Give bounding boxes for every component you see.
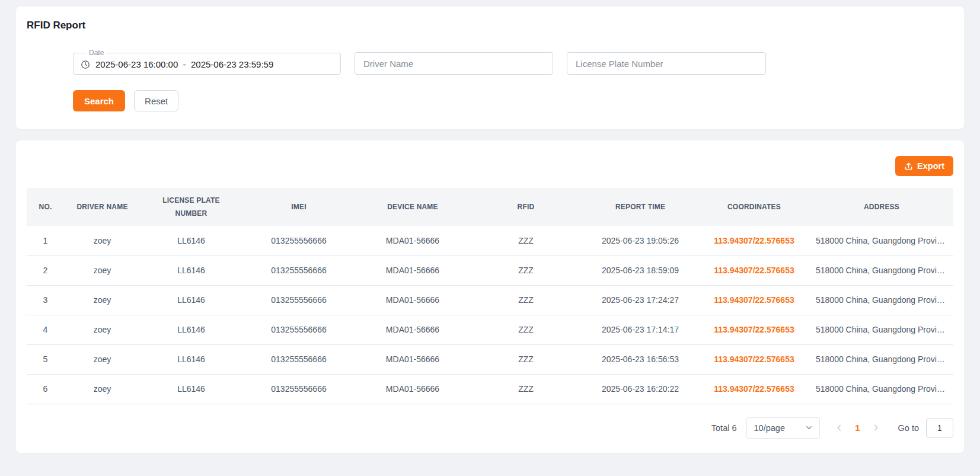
- current-page[interactable]: 1: [850, 423, 866, 433]
- column-header-license-plate: LICENSE PLATE NUMBER: [141, 188, 242, 226]
- cell-rfid: ZZZ: [470, 315, 582, 344]
- cell-driver-name: zoey: [64, 374, 141, 404]
- cell-license-plate: LL6146: [141, 344, 242, 374]
- cell-rfid: ZZZ: [470, 285, 582, 315]
- cell-license-plate: LL6146: [141, 315, 242, 344]
- export-button[interactable]: Export: [895, 156, 953, 176]
- cell-report-time: 2025-06-23 16:56:53: [582, 344, 698, 374]
- column-header-device-name: DEVICE NAME: [356, 188, 470, 226]
- cell-address: 518000 China, Guangdong Provin...: [810, 374, 953, 404]
- cell-rfid: ZZZ: [470, 226, 582, 255]
- cell-license-plate: LL6146: [141, 226, 242, 255]
- export-icon: [904, 162, 913, 171]
- cell-address: 518000 China, Guangdong Provin...: [810, 226, 953, 255]
- cell-no: 5: [27, 344, 64, 374]
- cell-report-time: 2025-06-23 19:05:26: [582, 226, 698, 255]
- clock-icon: [81, 60, 90, 69]
- cell-coordinates-link[interactable]: 113.94307/22.576653: [698, 255, 810, 285]
- column-header-rfid: RFID: [470, 188, 582, 226]
- date-range-inner: 2025-06-23 16:00:00 - 2025-06-23 23:59:5…: [81, 56, 333, 72]
- cell-device-name: MDA01-56666: [356, 315, 470, 344]
- table-row: 1 zoey LL6146 013255556666 MDA01-56666 Z…: [27, 226, 953, 255]
- cell-license-plate: LL6146: [141, 255, 242, 285]
- pagination: Total 6 10/page 1: [27, 417, 953, 439]
- page-controls: 1: [832, 420, 884, 436]
- filter-inputs-row: Date 2025-06-23 16:00:00 - 2025-06-23 23…: [73, 49, 953, 75]
- cell-device-name: MDA01-56666: [356, 285, 470, 315]
- cell-coordinates-link[interactable]: 113.94307/22.576653: [698, 344, 810, 374]
- next-page-button[interactable]: [869, 420, 884, 436]
- goto-page-input[interactable]: [926, 418, 953, 438]
- cell-coordinates-link[interactable]: 113.94307/22.576653: [698, 285, 810, 315]
- export-button-label: Export: [917, 161, 944, 171]
- pagination-total: Total 6: [711, 423, 737, 433]
- cell-rfid: ZZZ: [470, 374, 582, 404]
- cell-imei: 013255556666: [242, 374, 356, 404]
- cell-device-name: MDA01-56666: [356, 255, 470, 285]
- page-size-select[interactable]: 10/page: [746, 417, 820, 439]
- cell-driver-name: zoey: [64, 285, 141, 315]
- cell-no: 3: [27, 285, 64, 315]
- rfid-report-table: NO. DRIVER NAME LICENSE PLATE NUMBER IME…: [27, 188, 953, 404]
- reset-button[interactable]: Reset: [134, 90, 178, 111]
- table-row: 3 zoey LL6146 013255556666 MDA01-56666 Z…: [27, 285, 953, 315]
- cell-no: 4: [27, 315, 64, 344]
- goto-label: Go to: [898, 423, 919, 433]
- cell-driver-name: zoey: [64, 226, 141, 255]
- table-header-row: NO. DRIVER NAME LICENSE PLATE NUMBER IME…: [27, 188, 953, 226]
- cell-imei: 013255556666: [242, 255, 356, 285]
- cell-coordinates-link[interactable]: 113.94307/22.576653: [698, 374, 810, 404]
- cell-coordinates-link[interactable]: 113.94307/22.576653: [698, 315, 810, 344]
- column-header-address: ADDRESS: [810, 188, 953, 226]
- column-header-driver-name: DRIVER NAME: [64, 188, 141, 226]
- cell-imei: 013255556666: [242, 226, 356, 255]
- column-header-coordinates: COORDINATES: [698, 188, 810, 226]
- rfid-report-page: RFID Report Date 2025-06-23 16:00:00 - 2…: [0, 0, 980, 459]
- page-size-value: 10/page: [754, 423, 785, 433]
- filter-card: RFID Report Date 2025-06-23 16:00:00 - 2…: [16, 7, 964, 129]
- cell-no: 2: [27, 255, 64, 285]
- page-title: RFID Report: [27, 20, 953, 31]
- cell-report-time: 2025-06-23 16:20:22: [582, 374, 698, 404]
- column-header-imei: IMEI: [242, 188, 356, 226]
- chevron-right-icon: [872, 424, 880, 432]
- cell-report-time: 2025-06-23 17:14:17: [582, 315, 698, 344]
- cell-device-name: MDA01-56666: [356, 344, 470, 374]
- cell-driver-name: zoey: [64, 255, 141, 285]
- cell-no: 1: [27, 226, 64, 255]
- cell-license-plate: LL6146: [141, 374, 242, 404]
- cell-coordinates-link[interactable]: 113.94307/22.576653: [698, 226, 810, 255]
- date-range-value: 2025-06-23 16:00:00 - 2025-06-23 23:59:5…: [95, 59, 273, 69]
- date-range-field[interactable]: Date 2025-06-23 16:00:00 - 2025-06-23 23…: [73, 49, 341, 75]
- cell-driver-name: zoey: [64, 315, 141, 344]
- table-toolbar: Export: [27, 156, 953, 176]
- cell-no: 6: [27, 374, 64, 404]
- cell-imei: 013255556666: [242, 315, 356, 344]
- license-plate-input[interactable]: [567, 52, 766, 75]
- table-row: 5 zoey LL6146 013255556666 MDA01-56666 Z…: [27, 344, 953, 374]
- cell-address: 518000 China, Guangdong Provin...: [810, 255, 953, 285]
- driver-name-input[interactable]: [355, 52, 553, 75]
- cell-license-plate: LL6146: [141, 285, 242, 315]
- table-row: 6 zoey LL6146 013255556666 MDA01-56666 Z…: [27, 374, 953, 404]
- table-row: 4 zoey LL6146 013255556666 MDA01-56666 Z…: [27, 315, 953, 344]
- cell-device-name: MDA01-56666: [356, 374, 470, 404]
- cell-address: 518000 China, Guangdong Provin...: [810, 315, 953, 344]
- cell-imei: 013255556666: [242, 344, 356, 374]
- cell-report-time: 2025-06-23 18:59:09: [582, 255, 698, 285]
- report-table-card: Export NO. DRIVER NAME LICENSE PLATE NUM…: [16, 140, 964, 453]
- prev-page-button[interactable]: [832, 420, 847, 436]
- column-header-report-time: REPORT TIME: [582, 188, 698, 226]
- cell-rfid: ZZZ: [470, 344, 582, 374]
- filter-form: Date 2025-06-23 16:00:00 - 2025-06-23 23…: [73, 49, 953, 111]
- cell-address: 518000 China, Guangdong Provin...: [810, 285, 953, 315]
- cell-address: 518000 China, Guangdong Provin...: [810, 344, 953, 374]
- chevron-down-icon: [806, 424, 812, 431]
- cell-rfid: ZZZ: [470, 255, 582, 285]
- table-row: 2 zoey LL6146 013255556666 MDA01-56666 Z…: [27, 255, 953, 285]
- cell-report-time: 2025-06-23 17:24:27: [582, 285, 698, 315]
- chevron-left-icon: [835, 424, 843, 432]
- search-button[interactable]: Search: [73, 90, 125, 111]
- cell-device-name: MDA01-56666: [356, 226, 470, 255]
- column-header-no: NO.: [27, 188, 64, 226]
